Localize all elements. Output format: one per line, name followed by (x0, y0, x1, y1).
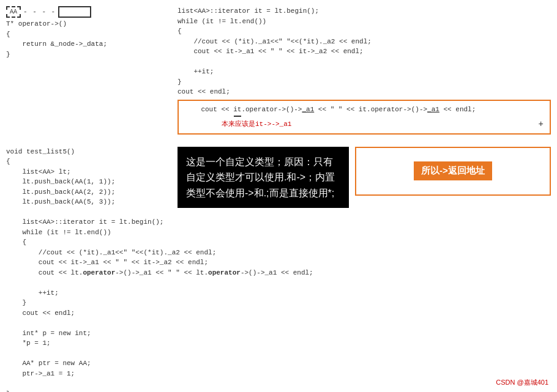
highlight-note: 本来应该是it->->_a1 (185, 119, 544, 130)
bottom-right: 所以->返回地址 (355, 147, 551, 393)
footer-text: CSDN @嘉城401 (496, 379, 548, 386)
top-left-code: AA - - - - T* operator->() { return &_no… (6, 6, 171, 135)
dashed-box-aa: AA (6, 6, 21, 18)
solid-box (58, 6, 91, 18)
right-code-block: list<AA>::iterator it = lt.begin(); whil… (178, 6, 551, 97)
top-section: AA - - - - T* operator->() { return &_no… (0, 0, 557, 135)
footer: CSDN @嘉城401 (496, 378, 548, 387)
connector-dots: - - - - (23, 7, 56, 17)
orange-box-label: 所以->返回地址 (414, 161, 492, 180)
plus-sign: + (539, 118, 544, 131)
top-right-code: list<AA>::iterator it = lt.begin(); whil… (178, 6, 551, 135)
bottom-left-code: void test_list5() { list<AA> lt; lt.push… (6, 147, 171, 393)
page-container: AA - - - - T* operator->() { return &_no… (0, 0, 557, 392)
black-explanation-box: 这是一个自定义类型；原因：只有自定义类型才可以使用.和->；内置类型不会使用->… (178, 147, 349, 209)
orange-box: 所以->返回地址 (355, 147, 551, 196)
left-code-block: T* operator->() { return &_node->_data; … (6, 19, 171, 59)
black-box-text: 这是一个自定义类型；原因：只有自定义类型才可以使用.和->；内置类型不会使用->… (186, 157, 335, 198)
highlight-box: cout << it.operator->()->_a1 << " " << i… (178, 100, 551, 135)
bottom-middle: 这是一个自定义类型；原因：只有自定义类型才可以使用.和->；内置类型不会使用->… (178, 147, 349, 393)
bottom-left-code-block: void test_list5() { list<AA> lt; lt.push… (6, 147, 171, 393)
bottom-section: void test_list5() { list<AA> lt; lt.push… (0, 141, 557, 393)
highlight-code-line: cout << it.operator->()->_a1 << " " << i… (185, 105, 544, 115)
